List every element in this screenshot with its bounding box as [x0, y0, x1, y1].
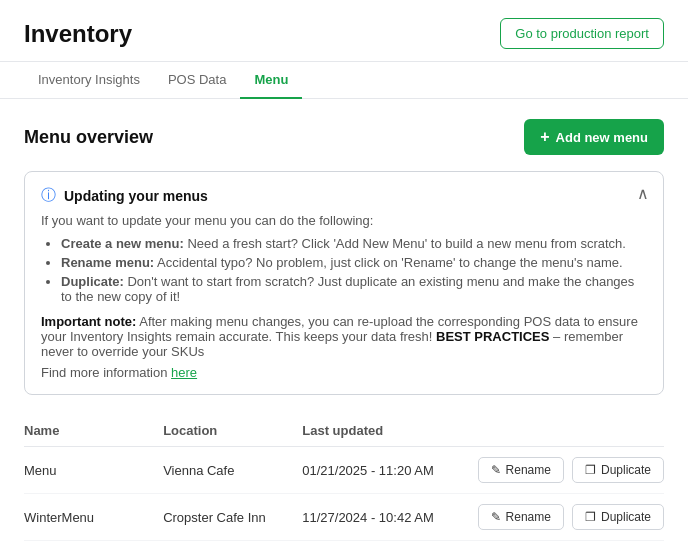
info-icon: ⓘ — [41, 186, 56, 205]
info-here-link[interactable]: here — [171, 365, 197, 380]
col-name: Name — [24, 423, 163, 438]
menu-table: Name Location Last updated Menu Vienna C… — [24, 415, 664, 548]
duplicate-button[interactable]: ❐ Duplicate — [572, 504, 664, 530]
plus-icon: + — [540, 128, 549, 146]
cell-last-updated: 01/21/2025 - 11:20 AM — [302, 463, 469, 478]
section-header: Menu overview + Add new menu — [24, 119, 664, 155]
cell-location: Cropster Cafe Inn — [163, 510, 302, 525]
rename-icon: ✎ — [491, 463, 501, 477]
duplicate-button[interactable]: ❐ Duplicate — [572, 457, 664, 483]
cell-location: Vienna Cafe — [163, 463, 302, 478]
production-report-button[interactable]: Go to production report — [500, 18, 664, 49]
page-title: Inventory — [24, 20, 132, 48]
cell-last-updated: 11/27/2024 - 10:42 AM — [302, 510, 469, 525]
info-box-header: ⓘ Updating your menus — [41, 186, 647, 205]
info-box-title: Updating your menus — [64, 188, 208, 204]
main-content: Menu overview + Add new menu ⓘ Updating … — [0, 99, 688, 548]
table-row: WinterMenu Cropster Brew Bar 11/27/2024 … — [24, 541, 664, 548]
rename-button[interactable]: ✎ Rename — [478, 504, 564, 530]
rename-button[interactable]: ✎ Rename — [478, 457, 564, 483]
tab-menu[interactable]: Menu — [240, 62, 302, 99]
col-location: Location — [163, 423, 302, 438]
page-header: Inventory Go to production report — [0, 0, 688, 62]
cell-name: Menu — [24, 463, 163, 478]
tab-pos-data[interactable]: POS Data — [154, 62, 241, 99]
section-title: Menu overview — [24, 127, 153, 148]
list-item: Rename menu: Accidental typo? No problem… — [61, 255, 647, 270]
table-row: Menu Vienna Cafe 01/21/2025 - 11:20 AM ✎… — [24, 447, 664, 494]
cell-name: WinterMenu — [24, 510, 163, 525]
add-new-menu-button[interactable]: + Add new menu — [524, 119, 664, 155]
tab-inventory-insights[interactable]: Inventory Insights — [24, 62, 154, 99]
rename-icon: ✎ — [491, 510, 501, 524]
list-item: Duplicate: Don't want to start from scra… — [61, 274, 647, 304]
col-actions — [469, 423, 664, 438]
info-list: Create a new menu: Need a fresh start? C… — [41, 236, 647, 304]
info-note: Important note: After making menu change… — [41, 314, 647, 359]
table-row: WinterMenu Cropster Cafe Inn 11/27/2024 … — [24, 494, 664, 541]
info-box: ⓘ Updating your menus ∧ If you want to u… — [24, 171, 664, 395]
col-last-updated: Last updated — [302, 423, 469, 438]
cell-actions: ✎ Rename ❐ Duplicate — [469, 504, 664, 530]
info-subtitle: If you want to update your menu you can … — [41, 213, 647, 228]
info-find: Find more information here — [41, 365, 647, 380]
cell-actions: ✎ Rename ❐ Duplicate — [469, 457, 664, 483]
duplicate-icon: ❐ — [585, 463, 596, 477]
collapse-button[interactable]: ∧ — [637, 184, 649, 203]
table-header: Name Location Last updated — [24, 415, 664, 447]
tab-bar: Inventory Insights POS Data Menu — [0, 62, 688, 99]
list-item: Create a new menu: Need a fresh start? C… — [61, 236, 647, 251]
duplicate-icon: ❐ — [585, 510, 596, 524]
